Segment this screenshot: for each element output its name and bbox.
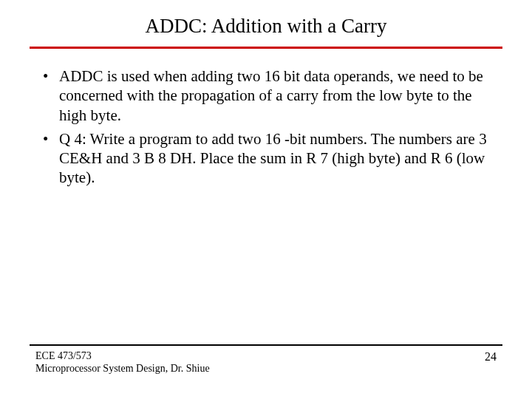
bullet-marker: • <box>41 66 59 86</box>
footer-course: ECE 473/573 <box>35 350 210 363</box>
title-area: ADDC: Addition with a Carry <box>0 0 532 44</box>
bullet-marker: • <box>41 129 59 149</box>
slide: ADDC: Addition with a Carry • ADDC is us… <box>0 0 532 399</box>
footer-row: ECE 473/573 Microprocessor System Design… <box>35 350 497 375</box>
footer-left: ECE 473/573 Microprocessor System Design… <box>35 350 210 375</box>
footer-divider <box>30 344 502 346</box>
bullet-text: Q 4: Write a program to add two 16 -bit … <box>59 129 491 188</box>
content-area: • ADDC is used when adding two 16 bit da… <box>0 49 532 188</box>
footer: ECE 473/573 Microprocessor System Design… <box>0 344 532 375</box>
footer-subtitle: Microprocessor System Design, Dr. Shiue <box>35 363 210 375</box>
bullet-text: ADDC is used when adding two 16 bit data… <box>59 66 491 125</box>
footer-page-number: 24 <box>485 350 497 364</box>
bullet-item: • ADDC is used when adding two 16 bit da… <box>41 66 491 125</box>
bullet-item: • Q 4: Write a program to add two 16 -bi… <box>41 129 491 188</box>
slide-title: ADDC: Addition with a Carry <box>0 15 532 38</box>
